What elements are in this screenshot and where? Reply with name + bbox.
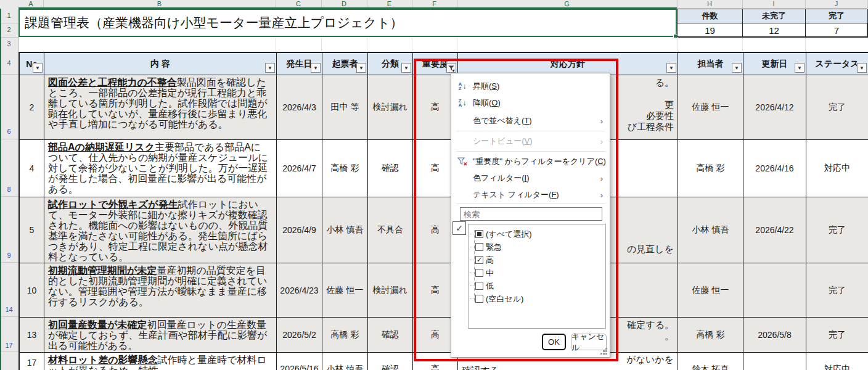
menu-item-sort-ascending[interactable]: AZ↓ 昇順(S) bbox=[452, 78, 609, 94]
cell-content[interactable]: 部品Aの納期遅延リスク主要部品である部品Aについて、仕入先からの納期が量産スケジ… bbox=[44, 140, 277, 197]
row-number[interactable]: 2 bbox=[0, 26, 18, 34]
cell-updated[interactable]: 2026/4/16 bbox=[743, 140, 806, 197]
cell-content[interactable]: 図面公差と工程能力の不整合製品図面を確認したところ、一部部品の公差指定が現行工程… bbox=[44, 75, 277, 140]
cell-status[interactable]: 完了 bbox=[806, 263, 868, 318]
row-number-filtered[interactable]: 6 bbox=[0, 128, 18, 136]
header-category[interactable]: 分類 ▼ bbox=[368, 53, 413, 75]
menu-item-color-filter[interactable]: 色フィルター(I) › bbox=[452, 170, 609, 186]
summary-value-open[interactable]: 12 bbox=[743, 23, 806, 38]
filter-button[interactable]: ▼ bbox=[401, 63, 411, 73]
cell-reporter[interactable]: 田中 等 bbox=[322, 75, 368, 140]
side-checkbox-checked[interactable]: ✓ bbox=[452, 221, 466, 235]
header-date[interactable]: 発生日 ▼ bbox=[277, 53, 322, 75]
cell-category[interactable]: 検討漏れ bbox=[368, 263, 413, 318]
filter-button[interactable]: ▼ bbox=[732, 63, 742, 73]
cell-content[interactable]: 材料ロット差の影響懸念試作時と量産時で材料ロットが異なるため、特性 bbox=[44, 353, 277, 370]
cell-date[interactable]: 2026/5/2 bbox=[277, 318, 322, 353]
cell-no[interactable]: 13 bbox=[20, 318, 44, 353]
cell-status[interactable]: 完了 bbox=[806, 318, 868, 353]
checkbox-unchecked-icon[interactable] bbox=[475, 243, 483, 251]
header-no[interactable]: No ▼ bbox=[20, 53, 44, 75]
cell-content[interactable]: 初期流動管理期間が未定量産初期の品質安定を目的とした初期流動管理期間が明確に定義… bbox=[44, 263, 277, 318]
checkbox-unchecked-icon[interactable] bbox=[475, 282, 483, 290]
filter-option-medium[interactable]: 中 bbox=[469, 266, 605, 279]
column-letter-i[interactable]: I bbox=[742, 0, 806, 8]
filter-button[interactable]: ▼ bbox=[795, 63, 805, 73]
cell-status[interactable]: 完了 bbox=[806, 75, 868, 140]
cell-reporter[interactable]: 高橋 彩 bbox=[322, 140, 368, 197]
cell-date[interactable]: 2026/4/9 bbox=[277, 197, 322, 263]
cell-updated[interactable]: 2026/5/8 bbox=[743, 318, 806, 353]
summary-header-done[interactable]: 完了 bbox=[806, 9, 868, 23]
filter-option-high[interactable]: 高 bbox=[469, 253, 605, 266]
filter-option-low[interactable]: 低 bbox=[469, 279, 605, 292]
cell-category[interactable]: 確認 bbox=[368, 140, 413, 197]
filter-button[interactable]: ▼ bbox=[311, 63, 321, 73]
resize-grip[interactable] bbox=[605, 353, 607, 355]
row-number-filtered[interactable]: 17 bbox=[0, 342, 18, 350]
summary-header-open[interactable]: 未完了 bbox=[743, 9, 806, 23]
menu-item-text-filter[interactable]: テキスト フィルター(F) › bbox=[452, 187, 609, 203]
filter-option-urgent[interactable]: 緊急 bbox=[469, 240, 605, 253]
filter-button[interactable]: ▼ bbox=[265, 63, 275, 73]
header-policy[interactable]: 対応方針 ▼ bbox=[458, 53, 678, 75]
cell-content[interactable]: 初回量産数量が未確定初回量産ロットの生産数量が確定しておらず、生産計画や部材手配… bbox=[44, 318, 277, 353]
cell-reporter[interactable]: 佐藤 恒一 bbox=[322, 263, 368, 318]
cell-no[interactable]: 5 bbox=[20, 197, 44, 263]
cell-owner[interactable]: 佐藤 恒一 bbox=[678, 75, 743, 140]
cell-date[interactable]: 2026/4/7 bbox=[277, 140, 322, 197]
row-number[interactable]: 1 bbox=[0, 12, 18, 20]
filter-button[interactable]: ▼ bbox=[666, 63, 676, 73]
row-number[interactable]: 4 bbox=[0, 59, 18, 67]
column-letter-j[interactable]: J bbox=[805, 0, 868, 8]
cell-content[interactable]: 試作ロットで外観キズが発生試作ロットにおいて、モーター外装部に細かな擦りキズが複… bbox=[44, 197, 277, 263]
row-number[interactable]: 3 bbox=[0, 40, 18, 48]
filter-button[interactable]: ▼ bbox=[857, 63, 867, 73]
cell-updated[interactable]: 2026/4/12 bbox=[743, 75, 806, 140]
menu-item-sort-descending[interactable]: ZA↓ 降順(O) bbox=[452, 95, 609, 111]
cell-date[interactable]: 2026/5/16 bbox=[277, 353, 322, 370]
cell-no[interactable]: 2 bbox=[20, 75, 44, 140]
cell-category[interactable]: 検討漏れ bbox=[368, 75, 413, 140]
menu-item-sort-by-color[interactable]: 色で並べ替え(T) › bbox=[452, 113, 609, 129]
cell-date[interactable]: 2026/4/23 bbox=[277, 263, 322, 318]
title-cell[interactable]: 課題管理表（産業機器向け小型モーター量産立上プロジェクト） bbox=[18, 9, 677, 37]
cell-no[interactable]: 17 bbox=[20, 353, 44, 370]
checkbox-indeterminate-icon[interactable] bbox=[475, 230, 483, 238]
checkbox-unchecked-icon[interactable] bbox=[475, 269, 483, 277]
cell-category[interactable]: 不具合 bbox=[368, 197, 413, 263]
summary-value-count[interactable]: 19 bbox=[678, 23, 743, 38]
cell-updated[interactable] bbox=[743, 263, 806, 318]
checkbox-checked-icon[interactable] bbox=[475, 256, 483, 264]
header-status[interactable]: ステータス ▼ bbox=[806, 53, 868, 75]
cell-owner[interactable]: 高橋 彩 bbox=[678, 318, 743, 353]
cell-owner[interactable]: 佐藤 恒一 bbox=[678, 263, 743, 318]
header-updated[interactable]: 更新日 ▼ bbox=[743, 53, 806, 75]
cell-owner[interactable]: 小林 慎吾 bbox=[678, 197, 743, 263]
filter-search-input[interactable] bbox=[460, 207, 602, 221]
header-reporter[interactable]: 起票者 ▼ bbox=[322, 53, 368, 75]
cell-no[interactable]: 4 bbox=[20, 140, 44, 197]
header-content[interactable]: 内 容 ▼ bbox=[44, 53, 277, 75]
checkbox-unchecked-icon[interactable] bbox=[475, 295, 483, 303]
cell-status[interactable]: 完了 bbox=[806, 197, 868, 263]
cell-owner[interactable]: 高橋 彩 bbox=[678, 140, 743, 197]
summary-header-count[interactable]: 件数 bbox=[678, 9, 743, 23]
row-number-filtered[interactable]: 8 bbox=[0, 186, 18, 194]
cell-category[interactable]: 確認 bbox=[368, 353, 413, 370]
cell-no[interactable]: 10 bbox=[20, 263, 44, 318]
cell-reporter[interactable]: 小林 慎吾 bbox=[322, 197, 368, 263]
cell-date[interactable]: 2026/4/3 bbox=[277, 75, 322, 140]
filter-option-select-all[interactable]: (すべて選択) bbox=[469, 228, 605, 240]
cell-updated[interactable]: 2026/4/22 bbox=[743, 197, 806, 263]
cell-reporter[interactable]: 高橋 彩 bbox=[322, 318, 368, 353]
filter-button[interactable]: ▼ bbox=[33, 63, 43, 73]
ok-button[interactable]: OK bbox=[542, 334, 566, 350]
row-number-filtered[interactable]: 9 bbox=[0, 252, 18, 260]
cancel-button[interactable]: キャンセル bbox=[571, 334, 607, 350]
cell-updated[interactable] bbox=[743, 353, 806, 370]
cell-reporter[interactable]: 小林 慎吾 bbox=[322, 353, 368, 370]
filter-option-blank[interactable]: (空白セル) bbox=[469, 292, 605, 305]
filter-button-active[interactable]: ▼ bbox=[446, 63, 456, 73]
header-owner[interactable]: 担当者 ▼ bbox=[678, 53, 743, 75]
